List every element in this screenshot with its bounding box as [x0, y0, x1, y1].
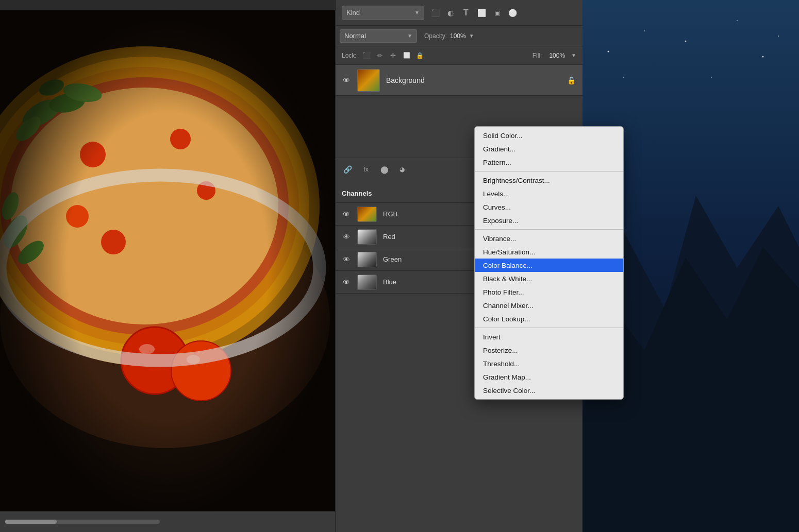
svg-point-36 — [711, 77, 712, 78]
color-balance-label: Color Balance... — [483, 262, 532, 269]
blend-mode-dropdown[interactable]: Normal ▼ — [340, 29, 417, 43]
lock-icons-group: ⬛ ✏ ✛ ⬜ 🔒 — [362, 51, 425, 60]
svg-rect-26 — [0, 10, 335, 522]
adjustment-filter-icon[interactable]: ◐ — [445, 7, 456, 19]
menu-item-gradient[interactable]: Gradient... — [475, 142, 623, 156]
fill-chevron[interactable]: ▼ — [571, 53, 576, 58]
lock-row: Lock: ⬛ ✏ ✛ ⬜ 🔒 Fill: 100% ▼ — [336, 46, 582, 65]
green-visibility-icon[interactable]: 👁 — [342, 255, 351, 264]
context-menu: Solid Color... Gradient... Pattern... Br… — [474, 126, 624, 400]
channels-title: Channels — [342, 190, 372, 197]
color-lookup-label: Color Lookup... — [483, 315, 530, 323]
gradient-map-label: Gradient Map... — [483, 373, 531, 381]
canvas-area — [0, 0, 335, 532]
kind-label: Kind — [346, 9, 360, 16]
pixel-filter-icon[interactable]: ⬛ — [429, 7, 441, 19]
scrollbar-thumb[interactable] — [5, 520, 57, 524]
canvas-scrollbar — [0, 511, 335, 532]
menu-item-color-lookup[interactable]: Color Lookup... — [475, 312, 623, 325]
add-mask-icon[interactable]: ⬤ — [379, 164, 390, 175]
blue-thumbnail — [357, 274, 377, 290]
menu-item-channel-mixer[interactable]: Channel Mixer... — [475, 299, 623, 312]
menu-item-pattern[interactable]: Pattern... — [475, 156, 623, 169]
menu-item-selective-color[interactable]: Selective Color... — [475, 384, 623, 397]
kind-toolbar-row: Kind ▼ ⬛ ◐ T ⬜ ▣ ⚪ — [336, 0, 582, 26]
menu-section-tonal: Brightness/Contrast... Levels... Curves.… — [475, 171, 623, 230]
layer-name: Background — [386, 76, 560, 84]
lock-label: Lock: — [342, 52, 357, 59]
exposure-label: Exposure... — [483, 217, 518, 225]
blue-channel-name: Blue — [383, 278, 396, 286]
svg-point-35 — [623, 77, 624, 78]
menu-item-vibrance[interactable]: Vibrance... — [475, 232, 623, 245]
vibrance-label: Vibrance... — [483, 235, 516, 243]
lock-pixels-icon[interactable]: ✏ — [375, 51, 385, 60]
menu-item-gradient-map[interactable]: Gradient Map... — [475, 370, 623, 384]
shape-filter-icon[interactable]: ⬜ — [476, 7, 487, 19]
red-channel-name: Red — [383, 233, 395, 241]
adjustment-layer-icon[interactable]: ◕ — [397, 165, 407, 174]
menu-item-invert[interactable]: Invert — [475, 330, 623, 344]
menu-item-solid-color[interactable]: Solid Color... — [475, 129, 623, 142]
lock-transparency-icon[interactable]: ⬛ — [362, 51, 371, 60]
opacity-chevron[interactable]: ▼ — [469, 33, 474, 39]
menu-item-curves[interactable]: Curves... — [475, 200, 623, 214]
horizontal-scrollbar[interactable] — [5, 520, 160, 524]
lock-position-icon[interactable]: ✛ — [389, 51, 398, 60]
curves-label: Curves... — [483, 203, 511, 211]
menu-item-black-white[interactable]: Black & White... — [475, 272, 623, 285]
menu-item-color-balance[interactable]: Color Balance... — [475, 259, 623, 272]
menu-item-brightness-contrast[interactable]: Brightness/Contrast... — [475, 174, 623, 187]
menu-section-color: Vibrance... Hue/Saturation... Color Bala… — [475, 230, 623, 328]
artboard-filter-icon[interactable]: ⚪ — [507, 7, 518, 19]
red-thumbnail — [357, 229, 377, 245]
menu-item-levels[interactable]: Levels... — [475, 187, 623, 200]
lock-all-icon[interactable]: 🔒 — [415, 51, 425, 60]
svg-point-34 — [762, 56, 764, 58]
menu-item-hue-saturation[interactable]: Hue/Saturation... — [475, 245, 623, 259]
background-layer-row[interactable]: 👁 Background 🔒 — [336, 65, 582, 96]
layer-thumbnail — [357, 69, 380, 92]
svg-point-33 — [737, 20, 738, 21]
fill-value: 100% — [549, 52, 565, 59]
hue-saturation-label: Hue/Saturation... — [483, 248, 535, 256]
green-channel-name: Green — [383, 255, 402, 263]
kind-dropdown[interactable]: Kind ▼ — [342, 6, 424, 20]
filter-icons: ⬛ ◐ T ⬜ ▣ ⚪ — [429, 7, 518, 19]
link-layers-icon[interactable]: 🔗 — [342, 164, 353, 175]
lock-artboards-icon[interactable]: ⬜ — [402, 51, 411, 60]
fill-label: Fill: — [532, 52, 542, 59]
layer-lock-icon: 🔒 — [566, 75, 576, 85]
rgb-thumbnail — [357, 207, 377, 222]
invert-label: Invert — [483, 333, 501, 341]
threshold-label: Threshold... — [483, 360, 520, 368]
black-white-label: Black & White... — [483, 275, 532, 283]
layer-effects-icon[interactable]: fx — [360, 164, 372, 175]
layer-visibility-toggle[interactable]: 👁 — [342, 76, 351, 85]
opacity-value: 100% — [450, 32, 466, 40]
blend-mode-row: Normal ▼ Opacity: 100% ▼ — [336, 26, 582, 46]
menu-section-other: Invert Posterize... Threshold... Gradien… — [475, 328, 623, 399]
menu-item-exposure[interactable]: Exposure... — [475, 214, 623, 227]
levels-label: Levels... — [483, 190, 509, 198]
kind-chevron: ▼ — [414, 10, 420, 15]
green-thumbnail — [357, 252, 377, 267]
channel-mixer-label: Channel Mixer... — [483, 302, 534, 310]
menu-item-threshold[interactable]: Threshold... — [475, 357, 623, 370]
posterize-label: Posterize... — [483, 347, 518, 354]
rgb-visibility-icon[interactable]: 👁 — [342, 210, 351, 219]
menu-item-photo-filter[interactable]: Photo Filter... — [475, 285, 623, 299]
blue-visibility-icon[interactable]: 👁 — [342, 278, 351, 287]
pattern-label: Pattern... — [483, 159, 511, 166]
smart-filter-icon[interactable]: ▣ — [491, 7, 503, 19]
menu-section-fill: Solid Color... Gradient... Pattern... — [475, 127, 623, 171]
svg-point-32 — [685, 41, 687, 42]
svg-point-30 — [608, 51, 609, 53]
gradient-label: Gradient... — [483, 145, 515, 153]
opacity-label: Opacity: — [424, 32, 447, 40]
blend-mode-label: Normal — [344, 32, 366, 40]
type-filter-icon[interactable]: T — [460, 7, 472, 19]
menu-item-posterize[interactable]: Posterize... — [475, 344, 623, 357]
svg-point-37 — [778, 36, 779, 37]
red-visibility-icon[interactable]: 👁 — [342, 232, 351, 242]
